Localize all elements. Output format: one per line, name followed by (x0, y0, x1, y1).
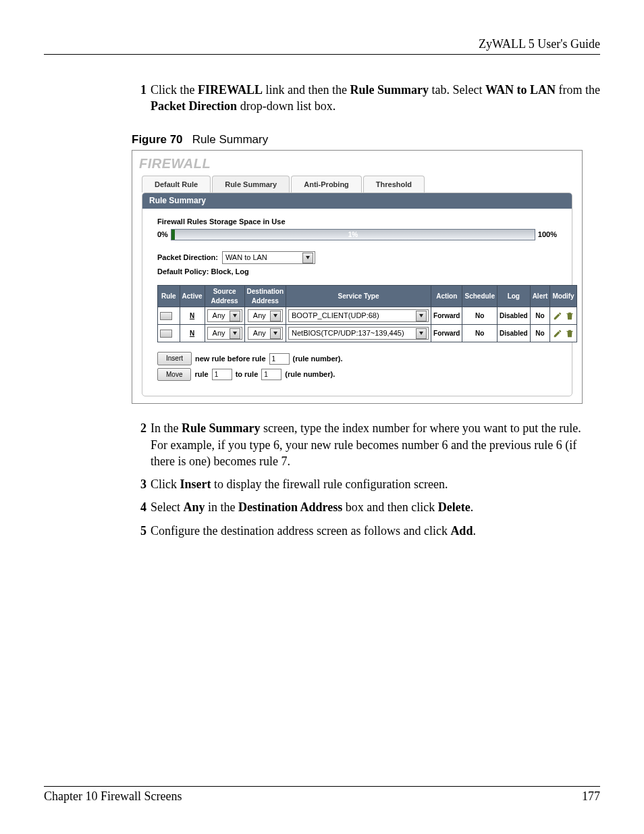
src-cell: Any (205, 307, 244, 325)
svc-select[interactable]: NetBIOS(TCP/UDP:137~139,445) (288, 327, 429, 340)
th-rule: Rule (158, 286, 180, 307)
text: Configure the destination address screen… (151, 524, 450, 538)
svc-select[interactable]: BOOTP_CLIENT(UDP:68) (288, 309, 429, 322)
action-cell: Forward (431, 325, 462, 342)
table-row: 2NAnyAnyNetBIOS(TCP/UDP:137~139,445)Forw… (158, 325, 577, 342)
src-cell: Any (205, 325, 244, 342)
page-header: ZyWALL 5 User's Guide (44, 37, 600, 51)
tab-anti-probing[interactable]: Anti-Probing (291, 176, 362, 193)
step-5-number: 5 (132, 523, 146, 539)
text: drop-down list box. (237, 99, 336, 113)
sched-cell: No (462, 325, 497, 342)
text-bold: Rule Summary (182, 421, 261, 435)
text: Click the (151, 83, 198, 97)
tab-default-rule[interactable]: Default Rule (142, 176, 211, 193)
text-bold: WAN to LAN (485, 83, 556, 97)
tab-bar: Default Rule Rule Summary Anti-Probing T… (132, 176, 582, 193)
step-2-number: 2 (132, 420, 146, 469)
dropdown-arrow-icon[interactable] (270, 311, 281, 321)
text-bold: Delete (438, 500, 471, 514)
insert-row: Insert new rule before rule (rule number… (157, 352, 557, 365)
panel-title: Rule Summary (142, 193, 572, 208)
text-bold: Packet Direction (151, 99, 237, 113)
storage-0pct: 0% (157, 230, 168, 240)
rule-number-cell[interactable]: 1 (158, 307, 180, 325)
insert-rule-number-input[interactable] (269, 353, 290, 365)
packet-direction-select[interactable]: WAN to LAN (222, 251, 315, 264)
delete-icon[interactable] (565, 329, 574, 338)
dropdown-arrow-icon[interactable] (270, 328, 281, 339)
step-4-number: 4 (132, 499, 146, 515)
log-cell: Disabled (497, 325, 530, 342)
step-1-text: Click the FIREWALL link and then the Rul… (151, 82, 600, 115)
dropdown-arrow-icon[interactable] (302, 253, 313, 263)
tab-threshold[interactable]: Threshold (363, 176, 425, 193)
th-src: Source Address (205, 286, 244, 307)
packet-direction-label: Packet Direction: (157, 253, 218, 263)
move-from-input[interactable] (212, 369, 232, 380)
text-bold: Insert (180, 477, 211, 491)
src-select[interactable]: Any (207, 309, 242, 322)
th-sched: Schedule (462, 286, 497, 307)
src-select[interactable]: Any (207, 327, 242, 340)
text-bold: Add (450, 524, 473, 538)
dst-cell: Any (244, 325, 286, 342)
dst-cell: Any (244, 307, 286, 325)
step-1-number: 1 (132, 82, 146, 115)
move-text-3: (rule number). (285, 369, 335, 380)
text: box and then click (342, 500, 437, 514)
figure-title: Rule Summary (192, 133, 268, 146)
action-cell: Forward (431, 307, 462, 325)
packet-direction-row: Packet Direction: WAN to LAN (157, 251, 557, 264)
sched-cell: No (462, 307, 497, 325)
th-action: Action (431, 286, 462, 307)
log-cell: Disabled (497, 307, 530, 325)
delete-icon[interactable] (565, 311, 574, 321)
modify-cell (550, 325, 576, 342)
storage-bar: 1% (171, 229, 535, 240)
edit-icon[interactable] (553, 329, 562, 338)
step-5: 5 Configure the destination address scre… (132, 523, 600, 539)
text: In the (151, 421, 182, 435)
step-3: 3 Click Insert to display the firewall r… (132, 476, 600, 492)
tab-rule-summary[interactable]: Rule Summary (212, 176, 290, 193)
move-button[interactable]: Move (157, 368, 191, 382)
text: in the (205, 500, 239, 514)
insert-button[interactable]: Insert (157, 352, 192, 365)
dst-select[interactable]: Any (248, 327, 283, 340)
text: . (473, 524, 476, 538)
insert-text-2: (rule number). (293, 354, 343, 364)
step-3-text: Click Insert to display the firewall rul… (151, 476, 600, 492)
storage-label: Firewall Rules Storage Space in Use (157, 217, 557, 227)
dropdown-arrow-icon[interactable] (416, 328, 427, 339)
step-2-text: In the Rule Summary screen, type the ind… (151, 420, 600, 469)
default-policy: Default Policy: Block, Log (157, 267, 557, 277)
storage-percent: 1% (348, 230, 358, 240)
step-2: 2 In the Rule Summary screen, type the i… (132, 420, 600, 469)
text: to display the firewall rule configurati… (211, 477, 448, 491)
modify-cell (550, 307, 576, 325)
dropdown-arrow-icon[interactable] (230, 328, 240, 339)
insert-text-1: new rule before rule (195, 354, 266, 364)
action-rows: Insert new rule before rule (rule number… (157, 352, 557, 381)
rule-number-cell[interactable]: 2 (158, 325, 180, 342)
panel-body: Firewall Rules Storage Space in Use 0% 1… (142, 217, 572, 382)
firewall-title: FIREWALL (132, 151, 582, 176)
edit-icon[interactable] (553, 311, 562, 321)
move-to-input[interactable] (261, 369, 281, 380)
rule-summary-panel: Rule Summary Firewall Rules Storage Spac… (142, 192, 572, 396)
svc-cell: BOOTP_CLIENT(UDP:68) (286, 307, 431, 325)
text-bold: Destination Address (238, 500, 342, 514)
dst-select[interactable]: Any (248, 309, 283, 322)
text: Click (151, 477, 180, 491)
footer-page: 177 (582, 789, 600, 804)
active-cell: N (180, 325, 205, 342)
step-1: 1 Click the FIREWALL link and then the R… (132, 82, 600, 115)
dropdown-arrow-icon[interactable] (416, 311, 427, 321)
dropdown-arrow-icon[interactable] (230, 311, 240, 321)
text: . (471, 500, 474, 514)
text-bold: Any (183, 500, 205, 514)
storage-bar-fill (171, 230, 175, 240)
figure-caption: Figure 70 Rule Summary (132, 132, 600, 148)
text: Select (151, 500, 183, 514)
